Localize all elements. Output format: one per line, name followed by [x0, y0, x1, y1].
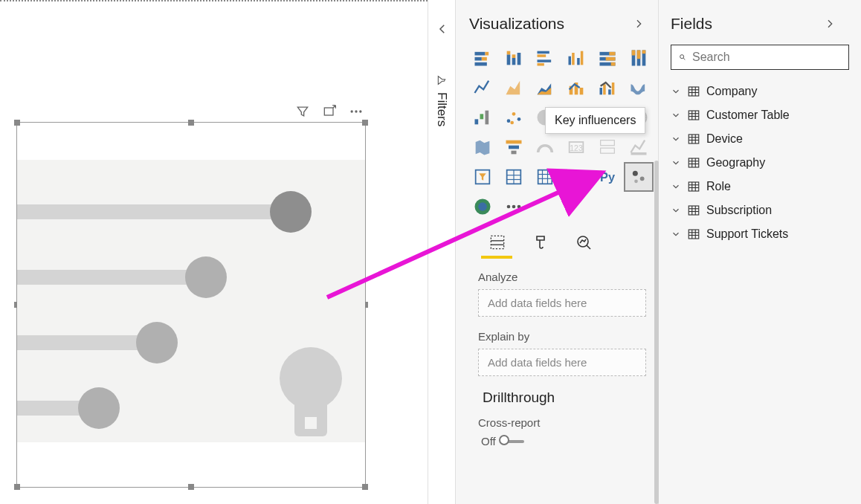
viz-area[interactable]: [500, 74, 527, 101]
viz-stacked-bar[interactable]: [469, 45, 496, 71]
svg-rect-13: [517, 53, 521, 65]
viz-line-stacked-column[interactable]: [563, 74, 590, 101]
fields-title: Fields: [671, 15, 712, 33]
explain-by-label: Explain by: [478, 330, 658, 343]
viz-filled-map[interactable]: [469, 134, 496, 161]
format-tab[interactable]: [530, 230, 551, 254]
viz-get-more[interactable]: [500, 193, 527, 220]
field-table-item[interactable]: Subscription: [671, 204, 849, 217]
toggle-state: Off: [481, 435, 496, 448]
chevron-right-icon[interactable]: [824, 18, 836, 30]
viz-100-stacked-column[interactable]: [625, 45, 652, 71]
field-table-item[interactable]: Company: [671, 85, 849, 98]
resize-handle[interactable]: [14, 484, 20, 490]
viz-python[interactable]: Py: [594, 164, 621, 190]
viz-card[interactable]: 123: [563, 134, 590, 161]
focus-mode-icon[interactable]: [322, 104, 337, 119]
viz-clustered-bar[interactable]: [532, 45, 558, 71]
table-name: Geography: [706, 156, 765, 169]
svg-rect-0: [324, 108, 333, 115]
chevron-left-icon[interactable]: [436, 22, 449, 36]
svg-point-83: [512, 205, 516, 209]
viz-arcgis[interactable]: [469, 193, 496, 220]
analytics-tab[interactable]: [573, 230, 594, 254]
chevron-down-icon: [671, 158, 681, 168]
svg-rect-16: [538, 59, 552, 62]
visual-header-toolbar: [295, 104, 364, 119]
filters-pane-collapsed[interactable]: Filters: [428, 0, 456, 504]
viz-stacked-area[interactable]: [532, 74, 558, 101]
tooltip-key-influencers: Key influencers: [545, 107, 645, 134]
chevron-down-icon: [671, 86, 681, 97]
chevron-down-icon: [671, 205, 681, 216]
visualizations-pane: Visualizations 123: [456, 0, 659, 504]
table-name: Support Tickets: [706, 227, 788, 241]
viz-line-clustered-column[interactable]: [594, 74, 621, 101]
svg-point-44: [507, 119, 511, 123]
viz-gauge[interactable]: [532, 134, 558, 161]
key-influencers-visual[interactable]: [16, 122, 366, 488]
viz-r-script[interactable]: R: [563, 164, 590, 190]
field-table-item[interactable]: Support Tickets: [671, 227, 849, 241]
more-options-icon[interactable]: [349, 104, 364, 119]
viz-line[interactable]: [469, 74, 496, 101]
viz-funnel[interactable]: [500, 134, 527, 161]
viz-ribbon[interactable]: [625, 74, 652, 101]
chevron-down-icon: [671, 229, 681, 239]
svg-rect-90: [689, 87, 699, 96]
field-table-item[interactable]: Role: [671, 180, 849, 193]
analyze-field-well[interactable]: Add data fields here: [478, 289, 646, 317]
field-table-item[interactable]: Geography: [671, 156, 849, 169]
viz-kpi[interactable]: [625, 134, 652, 161]
viz-waterfall[interactable]: [469, 104, 496, 131]
field-table-item[interactable]: Customer Table: [671, 109, 849, 122]
table-icon: [687, 180, 700, 193]
cross-report-toggle[interactable]: Off: [481, 435, 658, 448]
viz-slicer[interactable]: [469, 164, 496, 190]
viz-matrix[interactable]: [532, 164, 558, 190]
svg-rect-58: [509, 146, 519, 149]
filter-icon[interactable]: [295, 104, 310, 119]
resize-handle[interactable]: [362, 484, 368, 490]
svg-rect-120: [689, 230, 699, 239]
chevron-right-icon[interactable]: [633, 18, 645, 30]
report-canvas[interactable]: [0, 0, 428, 504]
chevron-down-icon: [671, 110, 681, 120]
svg-rect-6: [475, 57, 482, 61]
fields-tab[interactable]: [487, 230, 508, 254]
field-table-item[interactable]: Device: [671, 132, 849, 146]
svg-rect-17: [538, 63, 544, 66]
viz-scatter[interactable]: [500, 104, 527, 131]
explain-by-field-well[interactable]: Add data fields here: [478, 349, 646, 376]
svg-rect-31: [637, 51, 641, 59]
resize-handle[interactable]: [362, 120, 368, 126]
svg-point-89: [680, 55, 684, 59]
svg-rect-33: [642, 51, 646, 54]
visual-placeholder-graphic: [17, 160, 365, 442]
viz-table[interactable]: [500, 164, 527, 190]
visualization-gallery: 123 R Py Key influencers: [469, 45, 658, 220]
viz-stacked-column[interactable]: [500, 45, 527, 71]
viz-100-stacked-bar[interactable]: [594, 45, 621, 71]
resize-handle[interactable]: [14, 120, 20, 126]
search-input[interactable]: [692, 51, 841, 64]
viz-key-influencers[interactable]: [625, 164, 652, 190]
resize-handle[interactable]: [188, 120, 194, 126]
svg-rect-21: [581, 51, 584, 65]
svg-rect-38: [603, 84, 606, 94]
svg-rect-9: [507, 54, 511, 65]
table-name: Subscription: [706, 204, 772, 217]
viz-multirow-card[interactable]: [594, 134, 621, 161]
table-name: Device: [706, 132, 743, 146]
svg-rect-57: [506, 140, 522, 144]
svg-rect-23: [609, 52, 615, 56]
resize-handle[interactable]: [188, 484, 194, 490]
viz-clustered-column[interactable]: [563, 45, 590, 71]
svg-rect-12: [512, 54, 516, 58]
table-icon: [687, 156, 700, 169]
fields-search[interactable]: [671, 45, 849, 70]
drillthrough-title: Drillthrough: [483, 390, 658, 406]
svg-rect-85: [491, 236, 503, 248]
table-name: Company: [706, 85, 757, 98]
svg-text:123: 123: [570, 143, 583, 152]
